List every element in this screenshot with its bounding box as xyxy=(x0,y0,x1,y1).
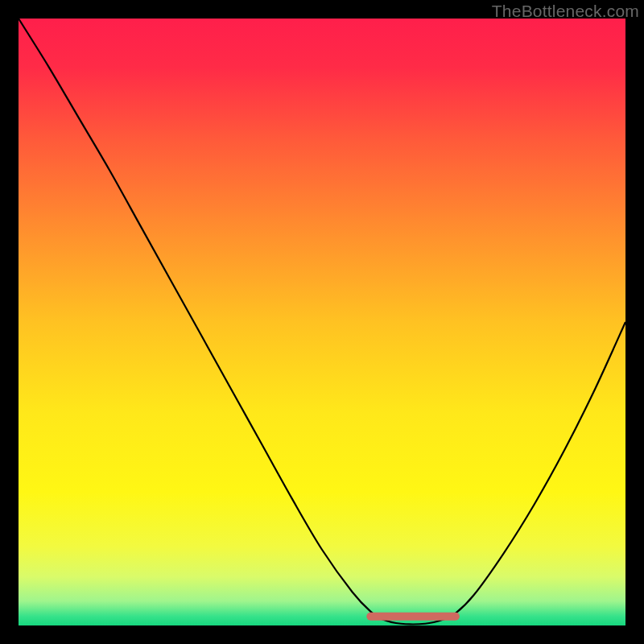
watermark-text: TheBottleneck.com xyxy=(492,2,639,21)
bottleneck-chart xyxy=(19,19,625,625)
chart-background xyxy=(19,19,625,625)
chart-frame xyxy=(19,19,625,625)
